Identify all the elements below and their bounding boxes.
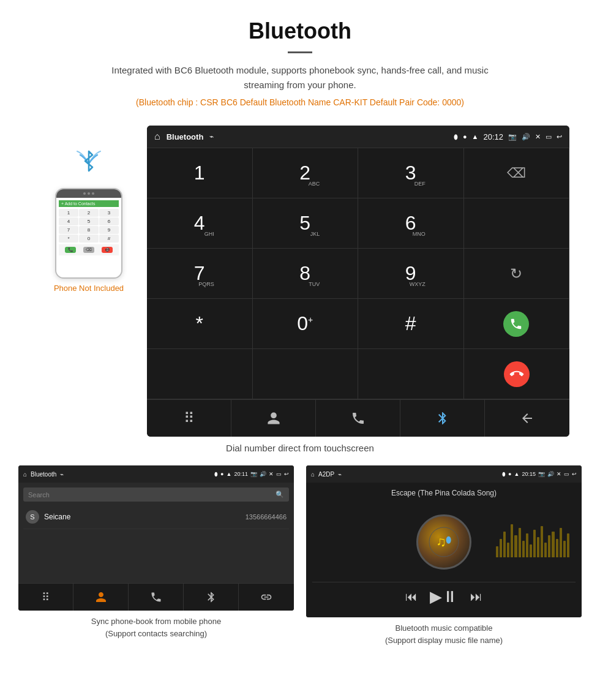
album-art: ♫ ⬮ <box>416 514 471 570</box>
back-icon-small: ↩ <box>284 471 289 477</box>
page-header: Bluetooth Integrated with BC6 Bluetooth … <box>0 0 600 126</box>
pb-nav-person[interactable] <box>73 584 129 611</box>
car-dial-screen: ⌂ Bluetooth ⌁ ⬮ ● ▲ 20:12 📷 🔊 ✕ ▭ ↩ 1 <box>147 126 569 437</box>
bottom-screenshots: ⌂ Bluetooth ⌁ ⬮ ● ▲ 20:11 📷 🔊 ✕ ▭ ↩ <box>0 465 600 646</box>
phone-screen: + Add to Contacts 1 2 3 4 5 6 7 8 9 * 0 … <box>56 198 121 277</box>
nav-dialpad[interactable]: ⠿ <box>147 400 231 437</box>
usb-icon-small: ⌁ <box>60 471 64 478</box>
dial-key-1[interactable]: 1 <box>147 148 253 198</box>
home-icon-music: ⌂ <box>311 471 315 478</box>
next-track-button[interactable]: ⏭ <box>470 590 482 604</box>
phonebook-caption: Sync phone-book from mobile phone(Suppor… <box>18 615 294 639</box>
music-caption: Bluetooth music compatible(Support displ… <box>306 622 582 646</box>
volume-icon: 🔊 <box>522 133 530 141</box>
phonebook-bottom-nav: ⠿ <box>18 583 294 611</box>
dial-key-4[interactable]: 4 GHI <box>147 198 253 249</box>
dial-sub: GHI <box>204 231 214 237</box>
home-icon-small: ⌂ <box>23 471 27 478</box>
dial-key-0[interactable]: 0+ <box>253 299 359 349</box>
usb-icon: ⌁ <box>209 132 214 141</box>
pb-nav-phone[interactable] <box>129 584 184 611</box>
dial-cell-call-red[interactable] <box>464 349 570 399</box>
back-icon: ↩ <box>557 133 562 141</box>
music-status-left: ⌂ A2DP ⌁ <box>311 471 342 478</box>
phonebook-search-bar[interactable]: Search 🔍 <box>23 487 289 502</box>
home-icon: ⌂ <box>154 131 160 142</box>
contact-row[interactable]: S Seicane 13566664466 <box>23 505 289 529</box>
dial-sub: ABC <box>309 181 320 187</box>
dial-num: 0+ <box>297 312 313 335</box>
dial-key-3[interactable]: 3 DEF <box>358 148 464 198</box>
dial-sub: PQRS <box>198 281 214 287</box>
dial-caption: Dial number direct from touchscreen <box>0 443 600 453</box>
phone-key: # <box>99 235 119 243</box>
dial-cell-e3 <box>358 349 464 399</box>
phone-end-btn: 📵 <box>102 247 113 253</box>
pb-nav-link[interactable] <box>239 584 294 611</box>
search-icon: 🔍 <box>276 491 284 499</box>
phone-top-bar <box>56 189 121 198</box>
dial-sub: WXYZ <box>410 281 426 287</box>
dial-num: * <box>196 312 203 335</box>
nav-contacts[interactable] <box>231 400 316 437</box>
phone-frame: + Add to Contacts 1 2 3 4 5 6 7 8 9 * 0 … <box>55 188 122 279</box>
nav-phone[interactable] <box>316 400 400 437</box>
dial-key-hash[interactable]: # <box>358 299 464 349</box>
location-icon: ● <box>463 133 467 140</box>
dial-num: 4 <box>194 212 205 235</box>
signal-icon: ▲ <box>472 133 479 140</box>
call-button[interactable] <box>503 311 529 337</box>
dial-key-2[interactable]: 2 ABC <box>253 148 359 198</box>
phone-screen-header: + Add to Contacts <box>59 200 119 207</box>
phone-key: 1 <box>59 209 78 217</box>
dial-num: # <box>405 312 416 335</box>
dial-cell-refresh[interactable]: ↻ <box>464 249 570 299</box>
phone-key: 5 <box>79 217 99 225</box>
dial-num: 1 <box>194 162 205 184</box>
win-icon-music: ▭ <box>564 471 569 477</box>
nav-settings[interactable] <box>485 400 569 437</box>
camera-icon: 📷 <box>508 133 517 141</box>
dial-num: 5 <box>299 212 310 235</box>
sig-icon-music: ▲ <box>514 471 520 477</box>
dial-sub: JKL <box>310 231 320 237</box>
dial-cell-call-green[interactable] <box>464 299 570 349</box>
usb-icon-music: ⌁ <box>338 471 342 478</box>
phone-key: 6 <box>99 217 119 225</box>
sig-icon: ▲ <box>227 471 232 477</box>
refresh-icon: ↻ <box>510 265 522 282</box>
pb-nav-bt[interactable] <box>184 584 239 611</box>
dial-key-star[interactable]: * <box>147 299 253 349</box>
play-pause-button[interactable]: ▶⏸ <box>430 587 458 606</box>
dial-sub: TUV <box>309 281 320 287</box>
header-divider <box>288 51 312 53</box>
end-call-button[interactable] <box>504 361 530 387</box>
pb-nav-grid[interactable]: ⠿ <box>18 584 73 611</box>
phone-bottom-bar: 📞 ⌫ 📵 <box>59 244 119 255</box>
dial-section: + Add to Contacts 1 2 3 4 5 6 7 8 9 * 0 … <box>0 126 600 437</box>
phone-key: 9 <box>99 226 119 234</box>
car-bottom-nav: ⠿ <box>147 399 569 437</box>
music-screenshot-block: ⌂ A2DP ⌁ ⬮ ● ▲ 20:15 📷 🔊 ✕ ▭ ↩ Escape ( <box>306 465 582 646</box>
dial-key-7[interactable]: 7 PQRS <box>147 249 253 299</box>
svg-text:⬮: ⬮ <box>446 535 451 544</box>
car-status-bar: ⌂ Bluetooth ⌁ ⬮ ● ▲ 20:12 📷 🔊 ✕ ▭ ↩ <box>147 126 569 148</box>
dial-key-9[interactable]: 9 WXYZ <box>358 249 464 299</box>
wifi-bluetooth-icon <box>72 144 106 183</box>
nav-bluetooth[interactable] <box>400 400 485 437</box>
dial-cell-backspace[interactable]: ⌫ <box>464 148 570 198</box>
status-time: 20:12 <box>483 132 503 141</box>
dial-key-5[interactable]: 5 JKL <box>253 198 359 249</box>
x-icon: ✕ <box>269 471 274 477</box>
eq-visualization <box>496 521 569 557</box>
dial-key-8[interactable]: 8 TUV <box>253 249 359 299</box>
contact-number: 13566664466 <box>246 513 287 521</box>
prev-track-button[interactable]: ⏮ <box>405 590 418 604</box>
music-title: A2DP <box>318 471 334 478</box>
phone-not-included-label: Phone Not Included <box>54 284 124 293</box>
dial-key-6[interactable]: 6 MNO <box>358 198 464 249</box>
loc-icon-music: ● <box>508 471 511 477</box>
phone-call-btn: 📞 <box>65 247 76 253</box>
phone-key: 2 <box>79 209 99 217</box>
bt-icon: ⬮ <box>214 471 218 478</box>
